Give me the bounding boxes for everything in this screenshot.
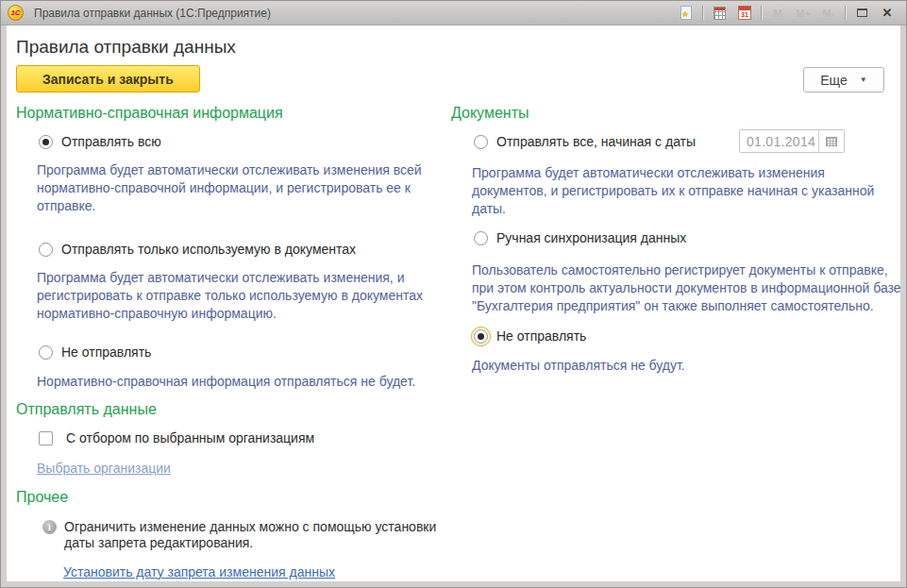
note-send-all-nsi: Программа будет автоматически отслеживат… xyxy=(37,161,443,215)
form-content: Правила отправки данных Записать и закры… xyxy=(7,25,900,581)
memory-m-plus-button: M+ xyxy=(794,4,813,23)
maximize-button[interactable] xyxy=(852,4,871,23)
calendar-icon: 31 xyxy=(738,6,751,20)
close-icon: ✕ xyxy=(882,7,893,19)
note-manual-sync: Пользователь самостоятельно регистрирует… xyxy=(472,261,904,315)
calendar-picker-icon xyxy=(826,137,837,146)
radio-no-send-nsi[interactable]: Не отправлять xyxy=(39,344,443,360)
radio-no-send-docs[interactable]: Не отправлять xyxy=(474,328,904,344)
radio-icon[interactable] xyxy=(39,345,53,360)
favorites-button[interactable]: ★ xyxy=(677,4,696,23)
radio-icon[interactable] xyxy=(474,329,488,344)
section-header-nsi: Нормативно-справочная информация xyxy=(16,105,443,122)
documents-column: Документы Отправлять все, начиная с даты… xyxy=(451,105,904,375)
radio-icon[interactable] xyxy=(39,135,53,149)
section-header-other: Прочее xyxy=(16,489,443,506)
section-header-send-data: Отправлять данные xyxy=(16,401,443,418)
more-button[interactable]: Еще ▼ xyxy=(803,67,884,92)
radio-label: Не отправлять xyxy=(496,328,586,344)
radio-send-used-nsi[interactable]: Отправлять только используемую в докумен… xyxy=(39,242,443,257)
more-button-label: Еще xyxy=(820,73,848,88)
calculator-icon xyxy=(714,7,726,20)
favorites-icon: ★ xyxy=(680,6,692,20)
memory-m-button: M xyxy=(768,4,787,23)
info-row: i Ограничить изменение данных можно с по… xyxy=(42,519,443,551)
note-no-send-nsi: Нормативно-справочная информация отправл… xyxy=(37,373,443,391)
start-date-value[interactable]: 01.01.2014 xyxy=(740,130,818,152)
save-and-close-button[interactable]: Записать и закрыть xyxy=(16,65,200,92)
titlebar-separator xyxy=(845,6,846,20)
note-send-all-docs: Программа будет автоматически отслеживат… xyxy=(472,164,904,218)
info-text: Ограничить изменение данных можно с помо… xyxy=(64,519,443,551)
radio-label: Отправлять всю xyxy=(61,134,161,149)
calendar-button[interactable]: 31 xyxy=(735,4,754,23)
section-header-documents: Документы xyxy=(451,105,904,122)
close-button[interactable]: ✕ xyxy=(878,4,897,23)
page-title: Правила отправки данных xyxy=(16,37,236,58)
date-picker-button[interactable] xyxy=(818,130,844,152)
calculator-button[interactable] xyxy=(710,4,729,23)
note-no-send-docs: Документы отправляться не будут. xyxy=(472,357,904,375)
radio-send-all-nsi[interactable]: Отправлять всю xyxy=(39,134,443,149)
start-date-field[interactable]: 01.01.2014 xyxy=(739,129,845,153)
titlebar-separator xyxy=(702,6,703,20)
checkbox-filter-orgs[interactable]: С отбором по выбранным организациям xyxy=(39,430,443,445)
radio-label: Отправлять все, начиная с даты xyxy=(496,134,696,149)
checkbox-label: С отбором по выбранным организациям xyxy=(66,430,314,445)
chevron-down-icon: ▼ xyxy=(860,76,867,84)
app-window: 1С Правила отправки данных (1С:Предприят… xyxy=(0,0,907,588)
radio-send-all-docs[interactable]: Отправлять все, начиная с даты 01.01.201… xyxy=(474,134,904,149)
radio-icon[interactable] xyxy=(39,243,53,257)
1c-logo-icon: 1С xyxy=(8,5,24,21)
note-send-used-nsi: Программа будет автоматически отслеживат… xyxy=(37,269,443,323)
radio-label: Ручная синхронизация данных xyxy=(496,230,686,245)
radio-label: Не отправлять xyxy=(61,344,151,360)
memory-m-minus-button: M- xyxy=(819,4,838,23)
radio-manual-sync[interactable]: Ручная синхронизация данных xyxy=(474,230,904,245)
radio-label: Отправлять только используемую в докумен… xyxy=(61,242,356,257)
select-organizations-link[interactable]: Выбрать организации xyxy=(37,461,171,476)
radio-icon[interactable] xyxy=(474,231,488,245)
radio-icon[interactable] xyxy=(474,135,488,149)
titlebar-separator xyxy=(761,6,762,20)
title-bar: 1С Правила отправки данных (1С:Предприят… xyxy=(1,1,906,25)
set-restriction-date-link[interactable]: Установить дату запрета изменения данных xyxy=(63,564,335,580)
nsi-column: Нормативно-справочная информация Отправл… xyxy=(16,105,443,580)
info-icon: i xyxy=(42,520,57,534)
window-title: Правила отправки данных (1С:Предприятие) xyxy=(34,7,271,20)
checkbox-icon[interactable] xyxy=(39,431,53,445)
maximize-icon xyxy=(857,8,867,17)
